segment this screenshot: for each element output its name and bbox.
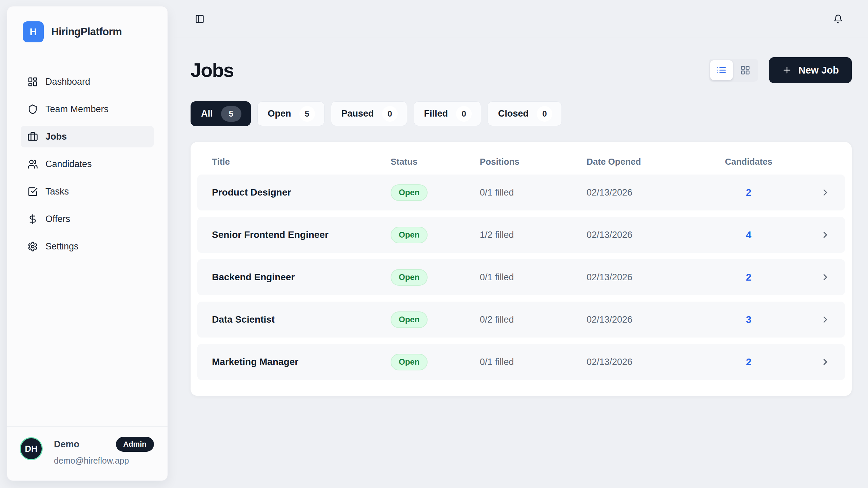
filter-pill-all[interactable]: All 5 (191, 101, 251, 126)
sidebar-item-label: Team Members (45, 104, 108, 115)
chevron-right-icon (820, 187, 830, 198)
positions-cell: 0/1 filled (480, 187, 587, 198)
date-opened-cell: 02/13/2026 (587, 314, 722, 325)
avatar: DH (21, 438, 42, 459)
tasks-icon (27, 186, 38, 197)
candidates-count-link[interactable]: 4 (746, 229, 751, 241)
positions-cell: 1/2 filled (480, 230, 587, 240)
sidebar-item-candidates[interactable]: Candidates (21, 153, 154, 175)
column-positions: Positions (480, 157, 587, 167)
date-opened-cell: 02/13/2026 (587, 357, 722, 367)
sidebar-nav: Dashboard Team Members (21, 71, 154, 257)
job-row-product-designer[interactable]: Product Designer Open 0/1 filled 02/13/2… (197, 175, 845, 210)
dollar-icon (27, 214, 38, 224)
sidebar: H HiringPlatform Dashboard (7, 6, 168, 481)
job-row-data-scientist[interactable]: Data Scientist Open 0/2 filled 02/13/202… (197, 302, 845, 338)
job-title-cell: Product Designer (212, 187, 391, 198)
grid-view-icon (740, 65, 750, 75)
filter-label: Paused (341, 108, 374, 119)
gear-icon (27, 241, 38, 252)
view-mode-toggle (709, 59, 758, 82)
plus-icon (782, 65, 792, 75)
status-badge: Open (391, 227, 428, 243)
status-badge: Open (391, 184, 428, 201)
filter-pill-filled[interactable]: Filled 0 (414, 101, 481, 126)
positions-cell: 0/2 filled (480, 314, 587, 325)
filter-label: Open (268, 108, 291, 119)
filter-count-badge: 0 (537, 106, 552, 122)
column-candidates: Candidates (725, 157, 772, 167)
job-title-cell: Senior Frontend Engineer (212, 229, 391, 240)
panel-left-icon (195, 14, 204, 24)
job-row-marketing-manager[interactable]: Marketing Manager Open 0/1 filled 02/13/… (197, 344, 845, 380)
new-job-button[interactable]: New Job (769, 57, 852, 83)
sidebar-item-label: Settings (45, 241, 79, 252)
briefcase-icon (27, 131, 38, 142)
page-title: Jobs (191, 59, 234, 81)
sidebar-item-jobs[interactable]: Jobs (21, 126, 154, 147)
gear-icon (27, 241, 38, 252)
sidebar-item-label: Tasks (45, 186, 69, 197)
filter-count-badge: 0 (456, 106, 472, 122)
job-title-cell: Data Scientist (212, 314, 391, 325)
table-header-row: Title Status Positions Date Opened Candi… (197, 142, 845, 175)
status-badge: Open (391, 311, 428, 328)
job-title-cell: Backend Engineer (212, 272, 391, 283)
sidebar-item-label: Offers (45, 214, 70, 224)
shield-icon (27, 104, 38, 115)
job-title-cell: Marketing Manager (212, 357, 391, 367)
positions-cell: 0/1 filled (480, 357, 587, 367)
status-badge: Open (391, 269, 428, 286)
dashboard-icon (27, 77, 38, 87)
user-section: DH Demo Admin demo@hireflow.app (7, 426, 167, 481)
job-row-backend-engineer[interactable]: Backend Engineer Open 0/1 filled 02/13/2… (197, 259, 845, 295)
chevron-right-icon (820, 230, 830, 240)
positions-cell: 0/1 filled (480, 272, 587, 283)
app-logo: H (23, 21, 44, 42)
sidebar-toggle-button[interactable] (195, 14, 204, 24)
user-name: Demo (54, 439, 79, 450)
user-email: demo@hireflow.app (54, 456, 154, 466)
notifications-button[interactable] (833, 14, 843, 24)
filter-count-badge: 5 (299, 106, 315, 122)
candidates-count-link[interactable]: 2 (746, 272, 751, 283)
candidates-count-link[interactable]: 2 (746, 357, 751, 368)
tasks-icon (27, 186, 38, 197)
jobs-page: Jobs New Job All (174, 38, 868, 396)
filter-label: Closed (498, 108, 529, 119)
status-badge: Open (391, 354, 428, 370)
app-logo-row: H HiringPlatform (21, 21, 154, 42)
shield-icon (27, 104, 38, 115)
sidebar-item-tasks[interactable]: Tasks (21, 181, 154, 202)
filter-pill-paused[interactable]: Paused 0 (331, 101, 407, 126)
status-filters: All 5 Open 5 Paused 0 Filled 0 (191, 101, 852, 126)
job-row-senior-frontend-engineer[interactable]: Senior Frontend Engineer Open 1/2 filled… (197, 217, 845, 253)
sidebar-item-settings[interactable]: Settings (21, 236, 154, 257)
date-opened-cell: 02/13/2026 (587, 187, 722, 198)
users-icon (27, 159, 38, 169)
grid-view-button[interactable] (734, 60, 756, 80)
list-view-button[interactable] (710, 60, 733, 80)
sidebar-item-label: Dashboard (45, 77, 90, 87)
dashboard-icon (27, 77, 38, 87)
sidebar-item-team-members[interactable]: Team Members (21, 98, 154, 120)
chevron-right-icon (820, 314, 830, 325)
chevron-right-icon (820, 272, 830, 282)
sidebar-item-label: Jobs (45, 131, 67, 142)
sidebar-item-dashboard[interactable]: Dashboard (21, 71, 154, 93)
chevron-right-icon (820, 357, 830, 367)
column-title: Title (212, 157, 391, 167)
filter-label: All (201, 108, 213, 119)
candidates-count-link[interactable]: 3 (746, 314, 751, 325)
users-icon (27, 159, 38, 169)
column-status: Status (391, 157, 480, 167)
filter-pill-open[interactable]: Open 5 (257, 101, 324, 126)
app-name: HiringPlatform (51, 26, 122, 38)
dollar-icon (27, 214, 38, 224)
candidates-count-link[interactable]: 2 (746, 187, 751, 198)
filter-label: Filled (424, 108, 448, 119)
filter-pill-closed[interactable]: Closed 0 (488, 101, 562, 126)
sidebar-item-offers[interactable]: Offers (21, 208, 154, 230)
filter-count-badge: 5 (221, 106, 241, 122)
bell-icon (833, 14, 843, 24)
